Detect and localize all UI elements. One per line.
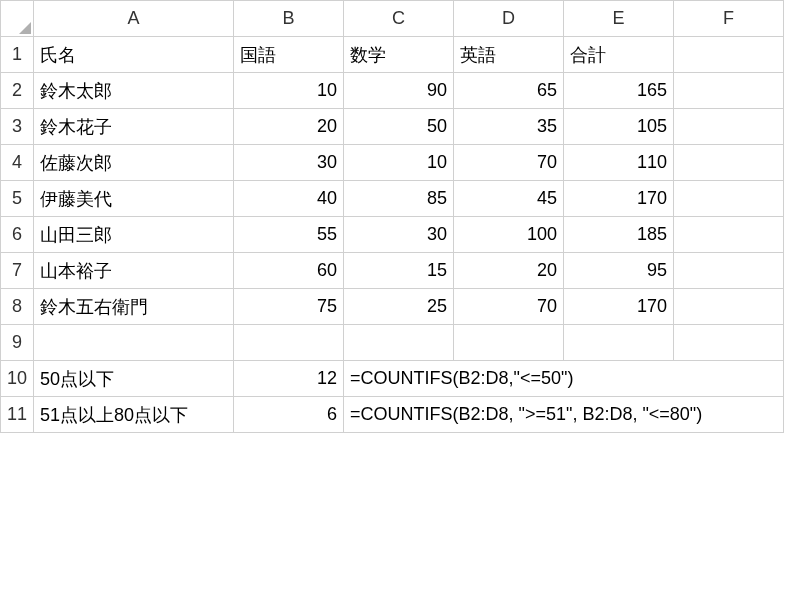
col-header-F[interactable]: F <box>674 1 784 37</box>
row-header-8[interactable]: 8 <box>1 289 34 325</box>
cell-A7[interactable]: 山本裕子 <box>34 253 234 289</box>
cell-A8[interactable]: 鈴木五右衛門 <box>34 289 234 325</box>
cell-B2[interactable]: 10 <box>234 73 344 109</box>
row-header-10[interactable]: 10 <box>1 361 34 397</box>
cell-C6[interactable]: 30 <box>344 217 454 253</box>
cell-A10[interactable]: 50点以下 <box>34 361 234 397</box>
cell-C3[interactable]: 50 <box>344 109 454 145</box>
cell-F6[interactable] <box>674 217 784 253</box>
cell-F5[interactable] <box>674 181 784 217</box>
row-header-9[interactable]: 9 <box>1 325 34 361</box>
cell-C2[interactable]: 90 <box>344 73 454 109</box>
row-header-4[interactable]: 4 <box>1 145 34 181</box>
row-header-11[interactable]: 11 <box>1 397 34 433</box>
col-header-E[interactable]: E <box>564 1 674 37</box>
cell-D7[interactable]: 20 <box>454 253 564 289</box>
cell-E7[interactable]: 95 <box>564 253 674 289</box>
cell-A3[interactable]: 鈴木花子 <box>34 109 234 145</box>
cell-F2[interactable] <box>674 73 784 109</box>
cell-C11[interactable]: =COUNTIFS(B2:D8, ">=51", B2:D8, "<=80") <box>344 397 784 433</box>
cell-B5[interactable]: 40 <box>234 181 344 217</box>
cell-F4[interactable] <box>674 145 784 181</box>
col-header-A[interactable]: A <box>34 1 234 37</box>
cell-B3[interactable]: 20 <box>234 109 344 145</box>
cell-E3[interactable]: 105 <box>564 109 674 145</box>
cell-C9[interactable] <box>344 325 454 361</box>
col-header-D[interactable]: D <box>454 1 564 37</box>
cell-B4[interactable]: 30 <box>234 145 344 181</box>
cell-D4[interactable]: 70 <box>454 145 564 181</box>
cell-D6[interactable]: 100 <box>454 217 564 253</box>
row-header-3[interactable]: 3 <box>1 109 34 145</box>
row-header-5[interactable]: 5 <box>1 181 34 217</box>
cell-D1[interactable]: 英語 <box>454 37 564 73</box>
cell-E9[interactable] <box>564 325 674 361</box>
cell-B9[interactable] <box>234 325 344 361</box>
cell-C4[interactable]: 10 <box>344 145 454 181</box>
cell-D8[interactable]: 70 <box>454 289 564 325</box>
cell-A1[interactable]: 氏名 <box>34 37 234 73</box>
cell-C7[interactable]: 15 <box>344 253 454 289</box>
cell-A9[interactable] <box>34 325 234 361</box>
cell-A6[interactable]: 山田三郎 <box>34 217 234 253</box>
row-header-1[interactable]: 1 <box>1 37 34 73</box>
cell-E4[interactable]: 110 <box>564 145 674 181</box>
cell-E2[interactable]: 165 <box>564 73 674 109</box>
cell-E8[interactable]: 170 <box>564 289 674 325</box>
cell-B8[interactable]: 75 <box>234 289 344 325</box>
cell-D2[interactable]: 65 <box>454 73 564 109</box>
cell-F9[interactable] <box>674 325 784 361</box>
cell-A11[interactable]: 51点以上80点以下 <box>34 397 234 433</box>
row-header-2[interactable]: 2 <box>1 73 34 109</box>
row-header-7[interactable]: 7 <box>1 253 34 289</box>
cell-D5[interactable]: 45 <box>454 181 564 217</box>
cell-C10[interactable]: =COUNTIFS(B2:D8,"<=50") <box>344 361 784 397</box>
cell-E5[interactable]: 170 <box>564 181 674 217</box>
cell-A2[interactable]: 鈴木太郎 <box>34 73 234 109</box>
cell-A5[interactable]: 伊藤美代 <box>34 181 234 217</box>
cell-E6[interactable]: 185 <box>564 217 674 253</box>
cell-B1[interactable]: 国語 <box>234 37 344 73</box>
cell-B11[interactable]: 6 <box>234 397 344 433</box>
spreadsheet-grid[interactable]: A B C D E F 1 氏名 国語 数学 英語 合計 2 鈴木太郎 10 9… <box>0 0 784 433</box>
cell-D9[interactable] <box>454 325 564 361</box>
col-header-C[interactable]: C <box>344 1 454 37</box>
col-header-B[interactable]: B <box>234 1 344 37</box>
cell-F8[interactable] <box>674 289 784 325</box>
cell-F3[interactable] <box>674 109 784 145</box>
cell-C5[interactable]: 85 <box>344 181 454 217</box>
cell-C8[interactable]: 25 <box>344 289 454 325</box>
select-all-corner[interactable] <box>1 1 34 37</box>
cell-B10[interactable]: 12 <box>234 361 344 397</box>
cell-E1[interactable]: 合計 <box>564 37 674 73</box>
cell-B7[interactable]: 60 <box>234 253 344 289</box>
cell-A4[interactable]: 佐藤次郎 <box>34 145 234 181</box>
cell-B6[interactable]: 55 <box>234 217 344 253</box>
cell-F1[interactable] <box>674 37 784 73</box>
cell-D3[interactable]: 35 <box>454 109 564 145</box>
cell-C1[interactable]: 数学 <box>344 37 454 73</box>
cell-F7[interactable] <box>674 253 784 289</box>
row-header-6[interactable]: 6 <box>1 217 34 253</box>
